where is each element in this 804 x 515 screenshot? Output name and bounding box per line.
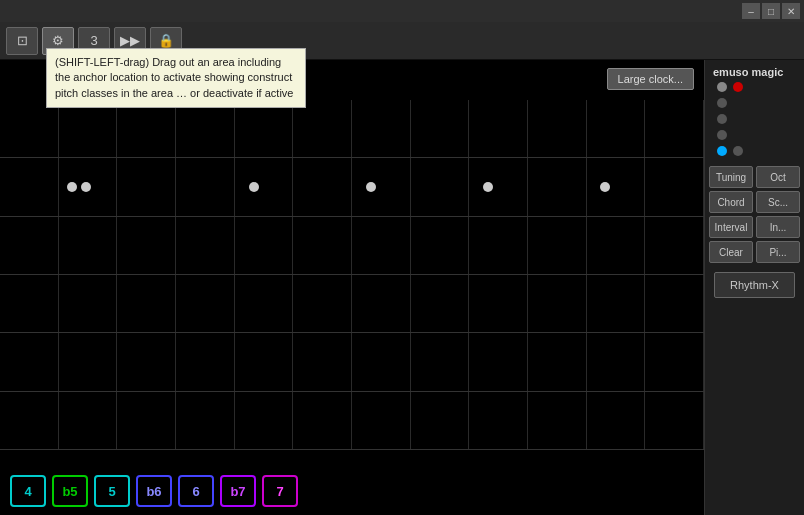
fret-cell xyxy=(528,333,587,390)
scale-button[interactable]: Sc... xyxy=(756,191,800,213)
note-labels: 4 b5 5 b6 6 b7 7 xyxy=(0,475,704,507)
note-label-4[interactable]: 4 xyxy=(10,475,46,507)
clear-pitch-row: Clear Pi... xyxy=(709,241,800,263)
main-layout: Large clock... xyxy=(0,60,804,515)
note-label-b7[interactable]: b7 xyxy=(220,475,256,507)
fret-cell xyxy=(59,333,118,390)
string-row-3 xyxy=(0,217,704,275)
toolbar-btn-1[interactable]: ⊡ xyxy=(6,27,38,55)
fret-cell xyxy=(235,217,294,274)
fret-cell xyxy=(59,275,118,332)
panel-title: emuso magic xyxy=(709,66,783,78)
pitch-button[interactable]: Pi... xyxy=(756,241,800,263)
fret-cell xyxy=(469,217,528,274)
fret-cell xyxy=(645,333,704,390)
status-dot-4 xyxy=(717,114,727,124)
string-row-6 xyxy=(0,392,704,450)
dot-row-3 xyxy=(717,114,727,124)
status-dot-6 xyxy=(717,146,727,156)
fret-cell xyxy=(469,333,528,390)
minimize-button[interactable]: – xyxy=(742,3,760,19)
fret-cell xyxy=(411,275,470,332)
chord-button[interactable]: Chord xyxy=(709,191,753,213)
fret-cell xyxy=(0,333,59,390)
fret-cell xyxy=(235,333,294,390)
fret-cell xyxy=(293,333,352,390)
fret-cell xyxy=(587,100,646,157)
fret-cell xyxy=(352,158,411,215)
fret-cell xyxy=(528,275,587,332)
note-label-5[interactable]: 5 xyxy=(94,475,130,507)
oct-button[interactable]: Oct xyxy=(756,166,800,188)
fret-cell xyxy=(587,275,646,332)
fret-cell xyxy=(645,217,704,274)
fret-cell xyxy=(469,158,528,215)
status-dot-7 xyxy=(733,146,743,156)
fret-cell xyxy=(352,333,411,390)
fret-cell xyxy=(587,333,646,390)
string-row-2 xyxy=(0,158,704,216)
fret-cell xyxy=(176,158,235,215)
fret-cell xyxy=(235,100,294,157)
dot-row-1 xyxy=(717,82,743,92)
fret-dot xyxy=(249,182,259,192)
inv-button[interactable]: In... xyxy=(756,216,800,238)
fret-cell xyxy=(0,275,59,332)
fret-cell xyxy=(645,100,704,157)
fret-cell xyxy=(293,158,352,215)
note-label-b5[interactable]: b5 xyxy=(52,475,88,507)
fret-cell xyxy=(587,217,646,274)
fret-cell xyxy=(352,275,411,332)
fret-cell xyxy=(352,217,411,274)
rhythm-button[interactable]: Rhythm-X xyxy=(714,272,796,298)
note-label-7[interactable]: 7 xyxy=(262,475,298,507)
dots-container xyxy=(709,82,800,156)
fret-cell xyxy=(411,392,470,449)
fret-cell xyxy=(176,100,235,157)
fret-cell xyxy=(293,100,352,157)
titlebar: – □ ✕ xyxy=(0,0,804,22)
fret-cell xyxy=(176,392,235,449)
fret-dot xyxy=(67,182,77,192)
fret-cell xyxy=(411,217,470,274)
large-clock-button[interactable]: Large clock... xyxy=(607,68,694,90)
fret-cell xyxy=(117,158,176,215)
fret-cell xyxy=(587,158,646,215)
dot-row-2 xyxy=(717,98,727,108)
fret-cell xyxy=(117,217,176,274)
fret-cell xyxy=(117,100,176,157)
note-label-b6[interactable]: b6 xyxy=(136,475,172,507)
fret-cell xyxy=(587,392,646,449)
status-dot-1 xyxy=(717,82,727,92)
fret-cell xyxy=(411,158,470,215)
fret-cell xyxy=(235,392,294,449)
fret-cell xyxy=(59,100,118,157)
fret-cell xyxy=(645,158,704,215)
fret-cell xyxy=(0,100,59,157)
tooltip: (SHIFT-LEFT-drag) Drag out an area inclu… xyxy=(46,48,306,108)
note-label-6[interactable]: 6 xyxy=(178,475,214,507)
fret-dot xyxy=(81,182,91,192)
interval-button[interactable]: Interval xyxy=(709,216,753,238)
fret-cell xyxy=(293,217,352,274)
right-panel: emuso magic Tuning Oct xyxy=(704,60,804,515)
close-button[interactable]: ✕ xyxy=(782,3,800,19)
fret-cell xyxy=(528,158,587,215)
string-row-4 xyxy=(0,275,704,333)
fret-cell xyxy=(469,275,528,332)
fretboard-area: Large clock... xyxy=(0,60,704,515)
dot-row-5 xyxy=(717,146,743,156)
tuning-button[interactable]: Tuning xyxy=(709,166,753,188)
maximize-button[interactable]: □ xyxy=(762,3,780,19)
clear-button[interactable]: Clear xyxy=(709,241,753,263)
fret-cell xyxy=(528,100,587,157)
fret-cell xyxy=(176,275,235,332)
string-row-5 xyxy=(0,333,704,391)
fret-cell xyxy=(352,100,411,157)
dot-row-4 xyxy=(717,130,727,140)
fret-cell xyxy=(293,275,352,332)
tooltip-text: (SHIFT-LEFT-drag) Drag out an area inclu… xyxy=(55,56,293,99)
fret-cell xyxy=(469,392,528,449)
fret-cell xyxy=(117,333,176,390)
fretboard xyxy=(0,100,704,450)
